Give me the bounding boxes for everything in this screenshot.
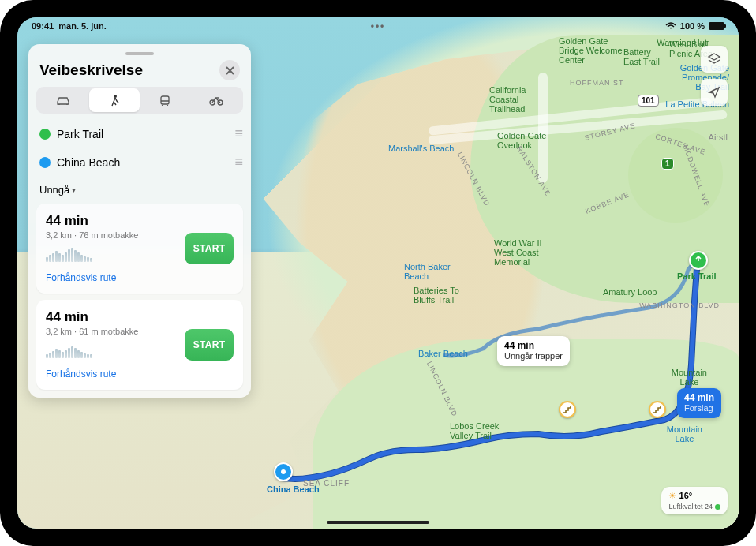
start-route-button[interactable]: START	[185, 233, 234, 264]
svg-rect-2	[161, 96, 169, 104]
chevron-down-icon: ▾	[72, 185, 76, 194]
route-callout-alt[interactable]: 44 min Unngår trapper	[497, 336, 570, 366]
aq-dot-icon	[715, 504, 720, 510]
elevation-sparkline	[46, 342, 177, 358]
stop-row[interactable]: Park Trail ≡	[36, 120, 243, 148]
routes-list: 44 min 3,2 km · 76 m motbakke Forhåndsvi…	[28, 204, 251, 390]
map-label: World War II West Coast Memorial	[494, 238, 542, 267]
route-option[interactable]: 44 min 3,2 km · 76 m motbakke Forhåndsvi…	[36, 204, 243, 294]
start-route-button[interactable]: START	[185, 329, 234, 361]
map-label: Airstl	[709, 133, 728, 142]
locate-me-button[interactable]	[701, 79, 728, 106]
mode-drive-button[interactable]	[38, 88, 89, 112]
elevation-sparkline	[46, 246, 177, 262]
route-stops: Park Trail ≡ China Beach ≡	[36, 120, 243, 176]
route-meta: 3,2 km · 76 m motbakke	[46, 230, 177, 240]
preview-route-link[interactable]: Forhåndsvis rute	[46, 368, 116, 380]
route-step-stairs-icon[interactable]	[559, 401, 576, 418]
map-layers-icon	[707, 52, 721, 66]
stop-name: Park Trail	[57, 128, 228, 140]
home-indicator[interactable]	[327, 521, 429, 524]
reorder-handle-icon[interactable]: ≡	[234, 125, 240, 142]
transport-mode-segmented	[36, 87, 243, 114]
stop-name: China Beach	[57, 156, 228, 169]
map-label: Warming Hut	[657, 38, 707, 47]
weather-widget[interactable]: ☀ 16° Luftkvalitet 24	[661, 487, 728, 514]
svg-point-1	[114, 95, 117, 98]
location-arrow-icon	[707, 85, 721, 99]
mode-transit-button[interactable]	[140, 88, 191, 112]
bike-icon	[208, 95, 224, 106]
mode-cycle-button[interactable]	[191, 88, 242, 112]
map-label: Mountain Lake	[672, 368, 707, 387]
close-button[interactable]	[219, 60, 240, 80]
reorder-handle-icon[interactable]: ≡	[234, 154, 240, 170]
route-option[interactable]: 44 min 3,2 km · 61 m motbakke Forhåndsvi…	[36, 300, 243, 390]
highway-shield-101: 101	[638, 95, 659, 107]
dest-dot-icon	[39, 157, 51, 168]
status-right: 100 %	[665, 21, 724, 31]
pin-start[interactable]	[689, 251, 708, 270]
route-meta: 3,2 km · 61 m motbakke	[46, 327, 177, 336]
panel-drag-handle[interactable]	[125, 52, 154, 55]
road-label: WASHINGTON BLVD	[639, 301, 720, 309]
map-label: SEA CLIFF	[303, 479, 350, 488]
directions-panel: Veibeskrivelse Park Trail ≡ China Beach …	[28, 44, 251, 398]
screen: 09:41 man. 5. jun. ••• 100 % Park Trail	[17, 17, 739, 529]
car-icon	[55, 95, 71, 106]
route-callout-main[interactable]: 44 min Forslag	[677, 388, 721, 418]
status-left: 09:41 man. 5. jun.	[32, 21, 107, 31]
battery-icon	[709, 22, 724, 30]
pin-start-label: Park Trail	[677, 271, 717, 281]
status-bar: 09:41 man. 5. jun. ••• 100 %	[17, 17, 739, 35]
map-label: Golden Gate Bridge Welcome Center	[559, 36, 623, 65]
map-label: Mountain Lake	[667, 424, 702, 443]
close-icon	[226, 66, 234, 75]
multitask-dots-icon[interactable]: •••	[371, 21, 386, 32]
map-label: California Coastal Trailhead	[489, 85, 526, 114]
route-step-stairs-icon[interactable]	[649, 401, 666, 418]
pin-destination[interactable]	[274, 462, 293, 481]
panel-title: Veibeskrivelse	[39, 62, 143, 79]
wifi-icon	[665, 22, 676, 30]
walk-icon	[109, 94, 120, 107]
map-label: Lobos Creek Valley Trail	[450, 421, 499, 440]
highway-shield-1: 1	[661, 158, 674, 170]
map-mode-button[interactable]	[701, 46, 728, 73]
road-label: HOFFMAN ST	[570, 79, 624, 87]
map-label: North Baker Beach	[404, 262, 451, 281]
road	[538, 73, 548, 183]
map-label: Marshall's Beach	[388, 144, 454, 153]
route-time: 44 min	[46, 213, 177, 229]
avoid-dropdown[interactable]: Unngå▾	[39, 184, 240, 196]
preview-route-link[interactable]: Forhåndsvis rute	[46, 272, 116, 283]
route-time: 44 min	[46, 309, 177, 325]
ipad-frame: 09:41 man. 5. jun. ••• 100 % Park Trail	[0, 0, 756, 546]
stop-row[interactable]: China Beach ≡	[36, 148, 243, 176]
map-label: Amatury Loop	[603, 287, 657, 297]
map-label: Baker Beach	[418, 349, 468, 358]
transit-icon	[159, 95, 171, 106]
sun-icon: ☀	[668, 491, 676, 500]
start-dot-icon	[39, 129, 51, 140]
map-label: Battery East Trail	[623, 47, 660, 66]
mode-walk-button[interactable]	[89, 88, 140, 112]
map-label: Batteries To Bluffs Trail	[414, 286, 459, 305]
svg-point-0	[281, 469, 286, 474]
